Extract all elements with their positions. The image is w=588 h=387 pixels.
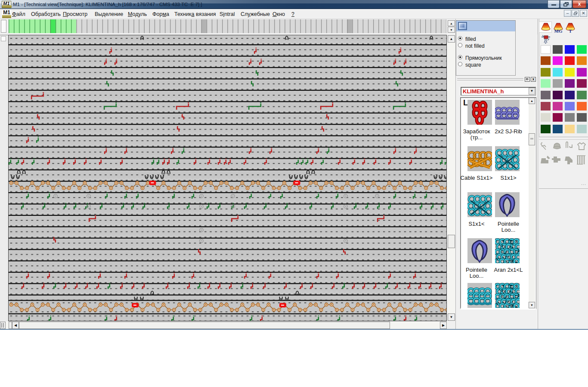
svg-text:MG: MG [554,28,563,33]
svg-text:T: T [569,28,572,33]
